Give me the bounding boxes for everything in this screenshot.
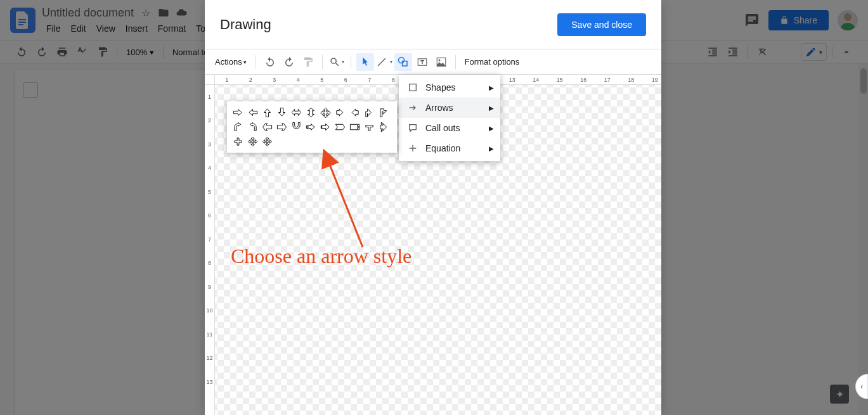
svg-point-5	[438, 59, 440, 61]
arrow-shape-18[interactable]	[333, 120, 347, 134]
arrow-shape-8[interactable]	[347, 105, 362, 120]
svg-rect-6	[410, 84, 417, 91]
arrow-shape-4[interactable]	[289, 105, 304, 120]
shape-menu-arrows[interactable]: Arrows ▶	[399, 98, 500, 118]
zoom-icon[interactable]: ▾	[328, 53, 346, 71]
equation-category-icon	[408, 143, 418, 153]
drawing-dialog: Drawing Save and close Actions▾ ▾ ▾ Form…	[205, 0, 661, 415]
arrows-palette	[227, 101, 397, 153]
arrow-shape-16[interactable]	[304, 120, 318, 134]
arrow-shape-12[interactable]	[245, 120, 260, 134]
select-tool-icon[interactable]	[356, 53, 374, 71]
arrow-shape-21[interactable]	[377, 120, 391, 134]
arrow-shape-7[interactable]	[333, 105, 347, 120]
arrow-shape-20[interactable]	[362, 120, 377, 134]
drawing-toolbar: Actions▾ ▾ ▾ Format options	[205, 49, 661, 75]
chevron-right-icon: ▶	[489, 125, 494, 132]
svg-rect-2	[402, 61, 407, 66]
arrows-category-icon	[408, 103, 418, 113]
shape-menu: Shapes ▶ Arrows ▶ Call outs ▶ Equation ▶	[399, 75, 500, 161]
arrow-shape-11[interactable]	[231, 120, 245, 134]
arrow-shape-5[interactable]	[304, 105, 318, 120]
ruler-vertical: 12345678910111213	[205, 85, 215, 415]
dialog-title: Drawing	[220, 16, 271, 33]
svg-line-7	[325, 152, 363, 247]
arrow-shape-6[interactable]	[318, 105, 333, 120]
arrow-shape-17[interactable]	[318, 120, 333, 134]
line-tool-icon[interactable]: ▾	[375, 53, 393, 71]
arrow-shape-0[interactable]	[231, 105, 245, 120]
undo-icon[interactable]	[261, 53, 279, 71]
chevron-right-icon: ▶	[489, 145, 494, 152]
textbox-tool-icon[interactable]	[413, 53, 431, 71]
image-tool-icon[interactable]	[432, 53, 450, 71]
format-options[interactable]: Format options	[461, 57, 524, 67]
shape-menu-callouts[interactable]: Call outs ▶	[399, 118, 500, 138]
arrow-shape-13[interactable]	[260, 120, 275, 134]
redo-icon[interactable]	[280, 53, 298, 71]
arrow-shape-2[interactable]	[260, 105, 275, 120]
shape-menu-shapes[interactable]: Shapes ▶	[399, 77, 500, 98]
ruler-corner	[205, 75, 215, 85]
annotation-text: Choose an arrow style	[231, 245, 411, 268]
arrow-shape-3[interactable]	[275, 105, 289, 120]
arrow-shape-10[interactable]	[377, 105, 391, 120]
arrow-shape-19[interactable]	[347, 120, 362, 134]
arrow-shape-1[interactable]	[245, 105, 260, 120]
chevron-right-icon: ▶	[489, 105, 494, 112]
actions-menu[interactable]: Actions▾	[211, 54, 250, 69]
paint-format-icon	[299, 53, 317, 71]
arrow-shape-23[interactable]	[245, 134, 260, 149]
arrow-shape-24[interactable]	[260, 134, 275, 149]
callouts-category-icon	[408, 123, 418, 133]
save-and-close-button[interactable]: Save and close	[557, 13, 646, 36]
dialog-header: Drawing Save and close	[205, 0, 661, 49]
arrow-shape-22[interactable]	[231, 134, 245, 149]
shape-menu-equation[interactable]: Equation ▶	[399, 138, 500, 158]
arrow-shape-15[interactable]	[289, 120, 304, 134]
chevron-right-icon: ▶	[489, 84, 494, 91]
shape-tool-icon[interactable]	[394, 53, 412, 71]
arrow-shape-14[interactable]	[275, 120, 289, 134]
arrow-shape-9[interactable]	[362, 105, 377, 120]
shapes-category-icon	[408, 82, 418, 93]
annotation-arrow	[318, 146, 375, 253]
svg-point-1	[398, 57, 404, 63]
